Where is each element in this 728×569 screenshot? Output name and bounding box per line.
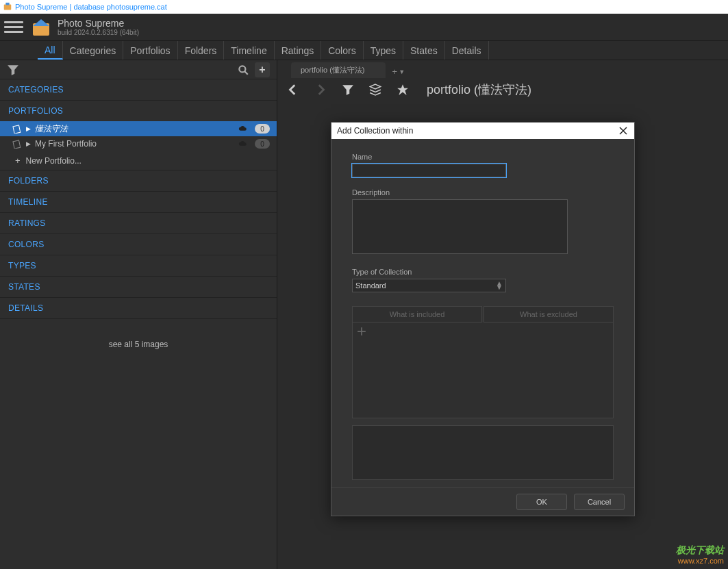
app-header: Photo Supreme build 2024.0.2.6319 (64bit… — [0, 14, 728, 41]
see-all-link[interactable]: see all 5 images — [0, 319, 277, 355]
svg-line-4 — [244, 71, 248, 75]
new-portfolio-label: New Portfolio... — [26, 156, 81, 166]
content-toolbar: portfolio (懂法守法) — [277, 78, 728, 101]
description-input[interactable] — [352, 199, 568, 254]
app-build: build 2024.0.2.6319 (64bit) — [58, 29, 139, 36]
header-text: Photo Supreme build 2024.0.2.6319 (64bit… — [58, 18, 139, 36]
portfolio-icon — [12, 124, 22, 134]
portfolio-label: My First Portfolio — [35, 139, 234, 149]
include-exclude-tabs: What is included What is excluded — [352, 306, 614, 323]
add-rule-icon[interactable] — [357, 327, 366, 336]
section-timeline[interactable]: TIMELINE — [0, 192, 277, 212]
dialog-titlebar: Add Collection within — [331, 123, 634, 139]
nav-tab-timeline[interactable]: Timeline — [224, 41, 274, 60]
section-types[interactable]: TYPES — [0, 255, 277, 276]
section-portfolios[interactable]: PORTFOLIOS — [0, 101, 277, 121]
nav-tab-portfolios[interactable]: Portfolios — [123, 41, 177, 60]
app-icon — [3, 2, 12, 12]
count-badge: 0 — [255, 124, 270, 134]
dialog-body: Name Description Type of Collection Stan… — [331, 139, 634, 487]
plus-icon: + — [15, 155, 21, 166]
cloud-icon — [238, 125, 248, 132]
type-select[interactable]: Standard ▲▼ — [352, 279, 506, 292]
svg-rect-6 — [13, 140, 21, 149]
add-tab-button[interactable]: +▼ — [388, 65, 410, 78]
document-tab-strip: portfolio (懂法守法) +▼ — [277, 60, 728, 78]
add-button[interactable]: + — [255, 62, 270, 77]
layers-icon[interactable] — [369, 84, 381, 96]
new-portfolio-button[interactable]: + New Portfolio... — [0, 151, 277, 170]
expand-arrow-icon: ▶ — [26, 125, 31, 132]
nav-tab-details[interactable]: Details — [445, 41, 489, 60]
portfolio-icon — [12, 139, 22, 149]
back-icon[interactable] — [287, 84, 299, 96]
star-icon[interactable] — [397, 84, 409, 96]
svg-point-3 — [239, 66, 245, 72]
close-icon — [619, 127, 627, 135]
app-name: Photo Supreme — [58, 18, 139, 29]
preview-panel — [352, 425, 614, 480]
nav-tabs: All Categories Portfolios Folders Timeli… — [0, 41, 728, 60]
section-categories[interactable]: CATEGORIES — [0, 79, 277, 100]
expand-arrow-icon: ▶ — [26, 140, 31, 147]
name-label: Name — [352, 153, 614, 161]
type-label: Type of Collection — [352, 268, 614, 276]
description-label: Description — [352, 188, 614, 197]
app-logo-icon — [30, 16, 52, 38]
excluded-tab[interactable]: What is excluded — [484, 306, 614, 323]
nav-tab-categories[interactable]: Categories — [63, 41, 124, 60]
cloud-icon — [238, 140, 248, 147]
add-collection-dialog: Add Collection within Name Description T… — [331, 122, 635, 516]
section-details[interactable]: DETAILS — [0, 298, 277, 318]
ok-button[interactable]: OK — [516, 494, 567, 510]
svg-rect-1 — [5, 3, 9, 5]
name-input[interactable] — [352, 164, 506, 177]
nav-tab-types[interactable]: Types — [364, 41, 403, 60]
svg-rect-0 — [4, 5, 12, 10]
section-states[interactable]: STATES — [0, 277, 277, 297]
nav-tab-folders[interactable]: Folders — [178, 41, 225, 60]
svg-rect-5 — [13, 125, 21, 134]
window-title: Photo Supreme | database photosupreme.ca… — [15, 3, 167, 11]
portfolio-item[interactable]: ▶ 懂法守法 0 — [0, 121, 277, 136]
count-badge: 0 — [255, 139, 270, 149]
select-arrows-icon: ▲▼ — [496, 281, 503, 290]
menu-hamburger-icon[interactable] — [4, 18, 23, 37]
document-tab[interactable]: portfolio (懂法守法) — [291, 62, 386, 78]
filter-icon[interactable] — [7, 64, 19, 76]
included-tab[interactable]: What is included — [352, 306, 482, 323]
search-icon[interactable] — [237, 64, 249, 76]
nav-tab-ratings[interactable]: Ratings — [275, 41, 321, 60]
forward-icon[interactable] — [314, 84, 327, 96]
dialog-footer: OK Cancel — [331, 487, 634, 516]
type-value: Standard — [355, 281, 386, 290]
filter-icon[interactable] — [342, 84, 354, 96]
section-colors[interactable]: COLORS — [0, 234, 277, 255]
window-titlebar: Photo Supreme | database photosupreme.ca… — [0, 0, 728, 14]
nav-tab-colors[interactable]: Colors — [321, 41, 363, 60]
portfolio-item[interactable]: ▶ My First Portfolio 0 — [0, 136, 277, 151]
portfolio-label: 懂法守法 — [35, 123, 234, 135]
rules-panel — [352, 323, 614, 418]
close-button[interactable] — [618, 125, 629, 136]
section-folders[interactable]: FOLDERS — [0, 170, 277, 191]
dialog-title-text: Add Collection within — [337, 126, 413, 136]
cancel-button[interactable]: Cancel — [574, 494, 625, 510]
breadcrumb-title: portfolio (懂法守法) — [427, 81, 531, 98]
section-ratings[interactable]: RATINGS — [0, 213, 277, 233]
nav-tab-states[interactable]: States — [403, 41, 445, 60]
nav-tab-all[interactable]: All — [38, 41, 63, 60]
sidebar: + CATEGORIES PORTFOLIOS ▶ 懂法守法 0 ▶ My Fi… — [0, 60, 277, 569]
sidebar-toolbar: + — [0, 60, 277, 79]
